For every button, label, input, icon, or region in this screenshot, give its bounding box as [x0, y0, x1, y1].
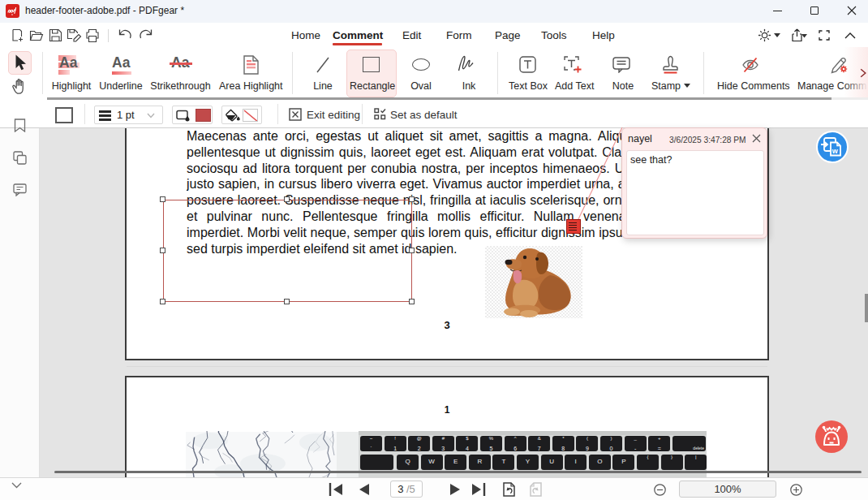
svg-text:w: w: [831, 147, 839, 155]
